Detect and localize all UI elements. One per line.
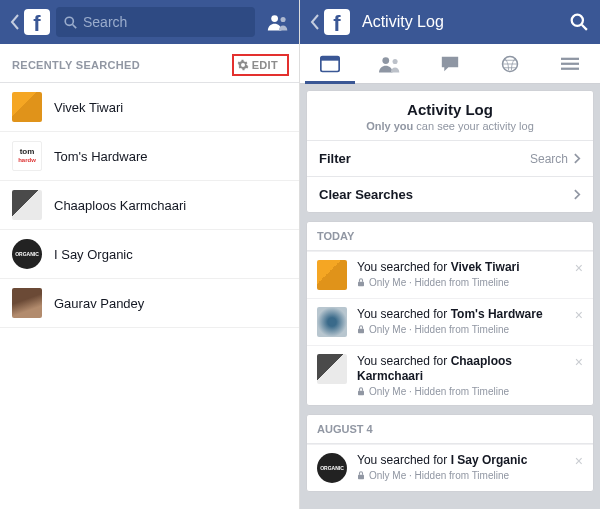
search-panel: f Search RECENTLY SEARCHED EDIT Vivek Ti… <box>0 0 300 509</box>
friend-request-icon[interactable] <box>263 13 293 31</box>
card-title: Activity Log <box>315 101 585 118</box>
activity-item[interactable]: You searched for Tom's Hardware Only Me … <box>307 298 593 345</box>
search-input[interactable]: Search <box>56 7 255 37</box>
activity-text: You searched for Vivek Tiwari <box>357 260 569 275</box>
chevron-right-icon <box>574 153 581 164</box>
tab-friends[interactable] <box>360 44 420 83</box>
activity-item[interactable]: You searched for Chaaploos Karmchaari On… <box>307 345 593 405</box>
svg-rect-14 <box>358 282 364 287</box>
dismiss-icon[interactable]: × <box>569 307 583 323</box>
svg-point-3 <box>281 17 286 22</box>
right-topbar: f Activity Log <box>300 0 600 44</box>
gear-icon <box>237 59 249 71</box>
search-result-name: Tom's Hardware <box>54 149 148 164</box>
activity-log-panel: f Activity Log Activity Log Only you can… <box>300 0 600 509</box>
search-result-name: I Say Organic <box>54 247 133 262</box>
dismiss-icon[interactable]: × <box>569 260 583 276</box>
clear-searches-row[interactable]: Clear Searches <box>307 176 593 212</box>
activity-meta: Only Me · Hidden from Timeline <box>357 386 569 397</box>
svg-line-5 <box>582 25 587 30</box>
avatar <box>317 260 347 290</box>
svg-point-4 <box>572 15 583 26</box>
lock-icon <box>357 471 365 480</box>
activity-section: AUGUST 4ORGANICYou searched for I Say Or… <box>306 414 594 492</box>
lock-icon <box>357 278 365 287</box>
section-date-label: TODAY <box>307 222 593 251</box>
filter-row[interactable]: Filter Search <box>307 140 593 176</box>
search-result-name: Gaurav Pandey <box>54 296 144 311</box>
svg-point-9 <box>393 58 398 63</box>
left-topbar: f Search <box>0 0 299 44</box>
svg-rect-15 <box>358 329 364 334</box>
tab-feed[interactable] <box>300 44 360 83</box>
svg-rect-12 <box>561 62 579 64</box>
tab-messages[interactable] <box>420 44 480 83</box>
facebook-logo-icon[interactable]: f <box>24 9 50 35</box>
dismiss-icon[interactable]: × <box>569 453 583 469</box>
recent-search-list: Vivek TiwaritomhardwTom's HardwareChaapl… <box>0 83 299 328</box>
activity-text: You searched for Tom's Hardware <box>357 307 569 322</box>
section-date-label: AUGUST 4 <box>307 415 593 444</box>
svg-point-0 <box>65 17 73 25</box>
svg-rect-7 <box>321 56 339 60</box>
activity-header-card: Activity Log Only you can see your activ… <box>306 90 594 213</box>
lock-icon <box>357 325 365 334</box>
chevron-right-icon <box>574 189 581 200</box>
activity-text: You searched for I Say Organic <box>357 453 569 468</box>
filter-label: Filter <box>319 151 351 166</box>
avatar: ORGANIC <box>317 453 347 483</box>
activity-item[interactable]: You searched for Vivek Tiwari Only Me · … <box>307 251 593 298</box>
activity-scroll[interactable]: Activity Log Only you can see your activ… <box>300 84 600 509</box>
edit-label: EDIT <box>252 59 278 71</box>
activity-meta: Only Me · Hidden from Timeline <box>357 324 569 335</box>
list-item[interactable]: Chaaploos Karmchaari <box>0 181 299 230</box>
svg-rect-17 <box>358 475 364 480</box>
page-title: Activity Log <box>362 13 564 31</box>
avatar <box>12 288 42 318</box>
list-item[interactable]: tomhardwTom's Hardware <box>0 132 299 181</box>
list-item[interactable]: Gaurav Pandey <box>0 279 299 328</box>
avatar <box>317 354 347 384</box>
back-icon[interactable] <box>306 14 324 30</box>
svg-point-8 <box>382 57 389 64</box>
filter-value: Search <box>530 152 568 166</box>
recently-searched-header: RECENTLY SEARCHED EDIT <box>0 44 299 82</box>
dismiss-icon[interactable]: × <box>569 354 583 370</box>
edit-button[interactable]: EDIT <box>232 54 289 76</box>
list-item[interactable]: Vivek Tiwari <box>0 83 299 132</box>
svg-rect-13 <box>561 67 579 69</box>
tab-menu[interactable] <box>540 44 600 83</box>
avatar: ORGANIC <box>12 239 42 269</box>
facebook-logo-icon[interactable]: f <box>324 9 350 35</box>
avatar: tomhardw <box>12 141 42 171</box>
svg-line-1 <box>73 24 77 28</box>
tab-notifications[interactable] <box>480 44 540 83</box>
list-item[interactable]: ORGANICI Say Organic <box>0 230 299 279</box>
svg-point-2 <box>271 15 278 22</box>
svg-rect-16 <box>358 391 364 396</box>
tabbar <box>300 44 600 84</box>
avatar <box>12 92 42 122</box>
avatar <box>12 190 42 220</box>
activity-section: TODAYYou searched for Vivek Tiwari Only … <box>306 221 594 406</box>
clear-label: Clear Searches <box>319 187 413 202</box>
search-icon <box>64 16 77 29</box>
back-icon[interactable] <box>6 14 24 30</box>
lock-icon <box>357 387 365 396</box>
activity-item[interactable]: ORGANICYou searched for I Say Organic On… <box>307 444 593 491</box>
section-label: RECENTLY SEARCHED <box>12 59 140 71</box>
search-placeholder: Search <box>83 14 127 30</box>
card-subtitle: Only you can see your activity log <box>315 120 585 132</box>
avatar <box>317 307 347 337</box>
activity-meta: Only Me · Hidden from Timeline <box>357 277 569 288</box>
activity-meta: Only Me · Hidden from Timeline <box>357 470 569 481</box>
svg-rect-11 <box>561 57 579 59</box>
search-icon[interactable] <box>564 13 594 31</box>
activity-text: You searched for Chaaploos Karmchaari <box>357 354 569 384</box>
search-result-name: Chaaploos Karmchaari <box>54 198 186 213</box>
search-result-name: Vivek Tiwari <box>54 100 123 115</box>
